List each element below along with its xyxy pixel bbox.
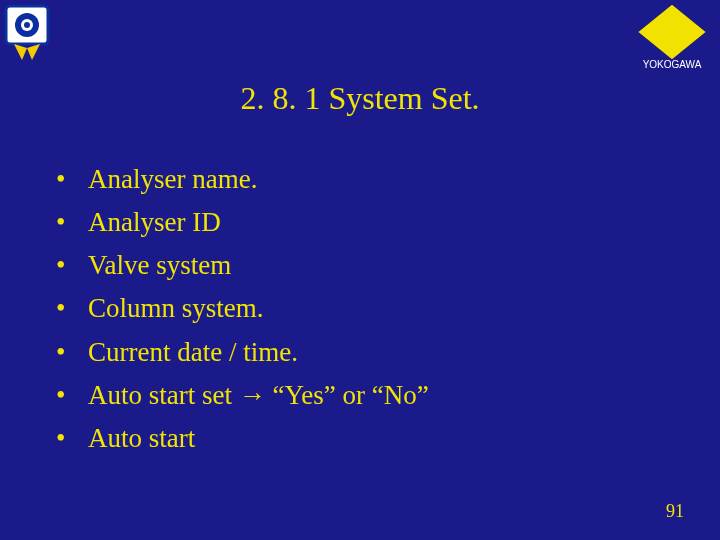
- list-item: Auto start set → “Yes” or “No”: [56, 376, 429, 415]
- list-item: Current date / time.: [56, 333, 429, 372]
- page-number: 91: [666, 501, 684, 522]
- list-item: Valve system: [56, 246, 429, 285]
- svg-point-3: [24, 22, 30, 28]
- slide-title: 2. 8. 1 System Set.: [0, 80, 720, 117]
- list-item: Column system.: [56, 289, 429, 328]
- svg-marker-5: [27, 44, 40, 60]
- yokogawa-logo: YOKOGAWA: [630, 2, 714, 72]
- list-item: Auto start: [56, 419, 429, 458]
- list-item: Analyser ID: [56, 203, 429, 242]
- svg-marker-4: [14, 44, 27, 60]
- logo-brand-text: YOKOGAWA: [643, 59, 702, 70]
- list-item: Analyser name.: [56, 160, 429, 199]
- bullet-list: Analyser name. Analyser ID Valve system …: [56, 160, 429, 462]
- certification-badge-icon: [4, 4, 50, 60]
